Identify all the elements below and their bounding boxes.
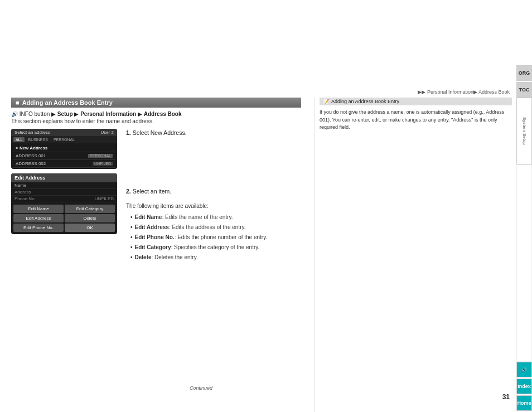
list-item-label: Edit Name: Edits the name of the entry. <box>135 213 233 222</box>
screen1-item-001[interactable]: ADDRESS 001 PERSONAL <box>13 152 115 160</box>
delete-btn[interactable]: Delete <box>65 214 115 222</box>
screen2-field-address-label: Address <box>14 190 31 195</box>
ok-btn[interactable]: OK <box>65 224 115 232</box>
section-header: ■ Adding an Address Book Entry <box>11 98 301 108</box>
list-item-label: Edit Address: Edits the address of the e… <box>135 223 246 232</box>
info-address-book: Address Book <box>144 111 182 117</box>
steps-container: Select an address User 2 ALL BUSINESS PE… <box>11 129 301 263</box>
note-header-text: Adding an Address Book Entry <box>331 99 399 104</box>
screen1-titlebar: Select an address User 2 <box>11 129 117 136</box>
list-item-label: Delete: Deletes the entry. <box>135 253 198 262</box>
content-area: ■ Adding an Address Book Entry 🔊 INFO bu… <box>0 98 516 412</box>
info-setup: Setup <box>57 111 73 117</box>
page-number: 31 <box>502 393 510 401</box>
screen1-user: User 2 <box>100 130 114 135</box>
note-icon: 📝 <box>323 99 329 104</box>
tab-system-setup[interactable]: System Setup <box>516 98 532 164</box>
info-text-prefix: INFO button ▶ <box>20 111 57 117</box>
step-2: 2. Select an item. <box>126 187 301 196</box>
tab-home[interactable]: Home <box>516 395 532 411</box>
list-item-edit-category: Edit Category: Specifies the category of… <box>130 243 301 252</box>
screen2-field-phone: Phone No. UNFILED <box>11 196 117 202</box>
right-section: 📝 Adding an Address Book Entry If you do… <box>315 98 516 412</box>
section-icon: ■ <box>16 99 20 106</box>
screen1-tab-business[interactable]: BUSINESS <box>26 137 50 142</box>
screen1-item-002-label: ADDRESS 002 <box>16 161 46 166</box>
steps-column: 1. Select New Address. 2. Select an item… <box>126 129 301 263</box>
step-2-action: Select an item. <box>133 188 171 195</box>
description-text: This section explains how to enter the n… <box>11 118 301 124</box>
edit-address-btn[interactable]: Edit Address <box>13 214 64 222</box>
screen1-tab-all[interactable]: ALL <box>13 137 25 142</box>
tab-index[interactable]: Index <box>516 379 532 394</box>
step-2-num: 2. <box>126 188 131 195</box>
tab-org[interactable]: ORG <box>516 65 532 81</box>
screen2-field-address: Address <box>11 189 117 196</box>
step-1-action: Select New Address. <box>133 129 187 136</box>
info-arrow2: ▶ <box>138 111 144 117</box>
screen1-items: > New Address ADDRESS 001 PERSONAL ADDRE… <box>11 143 117 169</box>
left-section: ■ Adding an Address Book Entry 🔊 INFO bu… <box>0 98 312 412</box>
info-line: 🔊 INFO button ▶ Setup ▶ Personal Informa… <box>11 111 301 117</box>
screen1-mockup: Select an address User 2 ALL BUSINESS PE… <box>11 129 117 169</box>
screen1-item-002[interactable]: ADDRESS 002 UNFILED <box>13 160 115 168</box>
items-available-header: The following items are available: <box>126 202 301 211</box>
screen1-item-001-label: ADDRESS 001 <box>16 153 46 158</box>
list-item-label: Edit Category: Specifies the category of… <box>135 243 260 252</box>
screen1-tabs: ALL BUSINESS PERSONAL <box>11 136 117 143</box>
list-item-edit-address: Edit Address: Edits the address of the e… <box>130 223 301 232</box>
items-available: The following items are available: Edit … <box>126 202 301 262</box>
info-arrow1: ▶ <box>74 111 80 117</box>
screen1-item-002-badge: UNFILED <box>93 162 113 166</box>
screen2-mockup: Edit Address Name Address Phone No. UNFI… <box>11 173 117 234</box>
edit-category-btn[interactable]: Edit Category <box>65 205 115 213</box>
tab-toc[interactable]: TOC <box>516 82 532 98</box>
edit-phone-btn[interactable]: Edit Phone No. <box>13 224 64 232</box>
list-item-edit-name: Edit Name: Edits the name of the entry. <box>130 213 301 222</box>
info-personal-info: Personal Information <box>80 111 136 117</box>
breadcrumb: ▶▶ Personal Information▶ Address Book <box>418 89 510 95</box>
screen2-buttons: Edit Name Edit Category Edit Address Del… <box>11 202 117 234</box>
screen2-field-phone-badge: UNFILED <box>95 196 114 201</box>
note-body: If you do not give the address a name, o… <box>320 109 512 132</box>
sidebar-tabs: ORG TOC System Setup 🔊 Index Home <box>516 0 532 412</box>
info-symbol: 🔊 <box>11 111 18 117</box>
list-item-delete: Delete: Deletes the entry. <box>130 253 301 262</box>
screen1-item-new[interactable]: > New Address <box>13 144 115 152</box>
step-1-num: 1. <box>126 129 131 136</box>
continued-label: Continued <box>190 385 212 391</box>
section-title: Adding an Address Book Entry <box>22 99 113 106</box>
screen1-title: Select an address <box>14 130 50 135</box>
list-item-label: Edit Phone No.: Edits the phone number o… <box>135 233 268 242</box>
screen1-item-001-badge: PERSONAL <box>88 154 113 158</box>
screen2-field-name: Name <box>11 182 117 189</box>
screens-column: Select an address User 2 ALL BUSINESS PE… <box>11 129 117 263</box>
nav-icon-tab[interactable]: 🔊 <box>516 362 532 377</box>
list-item-edit-phone: Edit Phone No.: Edits the phone number o… <box>130 233 301 242</box>
edit-name-btn[interactable]: Edit Name <box>13 205 64 213</box>
screen2-titlebar: Edit Address <box>11 173 117 182</box>
screen2-field-phone-label: Phone No. <box>14 196 36 201</box>
step-1: 1. Select New Address. <box>126 129 301 137</box>
screen1-tab-personal[interactable]: PERSONAL <box>51 137 77 142</box>
note-header: 📝 Adding an Address Book Entry <box>320 98 512 105</box>
items-available-list: Edit Name: Edits the name of the entry. … <box>126 213 301 262</box>
screen1-item-new-label: > New Address <box>16 146 47 151</box>
screen2-field-name-label: Name <box>14 183 26 188</box>
